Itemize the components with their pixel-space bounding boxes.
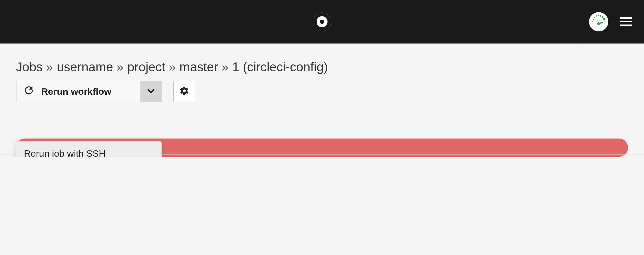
rerun-workflow-label: Rerun workflow [41,86,111,97]
rerun-workflow-button[interactable]: Rerun workflow [16,81,140,102]
chevron-down-icon [146,86,156,97]
breadcrumb-separator: » [46,59,53,75]
svg-point-13 [600,15,601,17]
actions-row: Rerun workflow [16,81,628,102]
breadcrumb: Jobs » username » project » master » 1 (… [16,59,628,75]
dropdown-item-rerun-ssh[interactable]: Rerun job with SSH [16,142,161,157]
svg-point-12 [598,15,599,16]
svg-rect-20 [620,25,632,26]
svg-point-8 [592,21,593,22]
header-divider [577,0,577,44]
svg-point-15 [603,18,605,20]
breadcrumb-separator: » [221,59,229,75]
page-content: Jobs » username » project » master » 1 (… [0,44,644,157]
breadcrumb-separator: » [169,59,176,75]
rerun-dropdown-menu: Rerun job with SSH [16,141,162,157]
settings-button[interactable] [173,81,195,102]
hamburger-menu-icon[interactable] [620,17,632,26]
breadcrumb-item-branch[interactable]: master [180,59,218,75]
svg-rect-5 [312,19,317,25]
breadcrumb-item-jobs[interactable]: Jobs [16,59,43,75]
status-gauge-icon[interactable] [589,12,608,31]
breadcrumb-item-build: 1 (circleci-config) [232,59,328,75]
svg-point-6 [320,20,324,24]
below-actions: Rerun job with SSH FAILED [16,139,628,157]
breadcrumb-item-project[interactable]: project [127,59,165,75]
svg-point-7 [592,23,593,23]
svg-rect-19 [620,21,632,22]
svg-point-10 [594,17,595,18]
svg-point-11 [596,15,597,17]
breadcrumb-separator: » [116,59,123,75]
svg-point-9 [593,19,594,20]
rerun-dropdown-toggle[interactable] [140,81,162,102]
gear-icon [179,86,189,97]
circleci-logo [312,12,332,31]
app-header [0,0,644,44]
svg-point-14 [602,16,603,18]
svg-rect-18 [620,17,632,19]
breadcrumb-item-username[interactable]: username [57,59,113,75]
refresh-icon [24,86,34,97]
header-right [577,0,644,44]
